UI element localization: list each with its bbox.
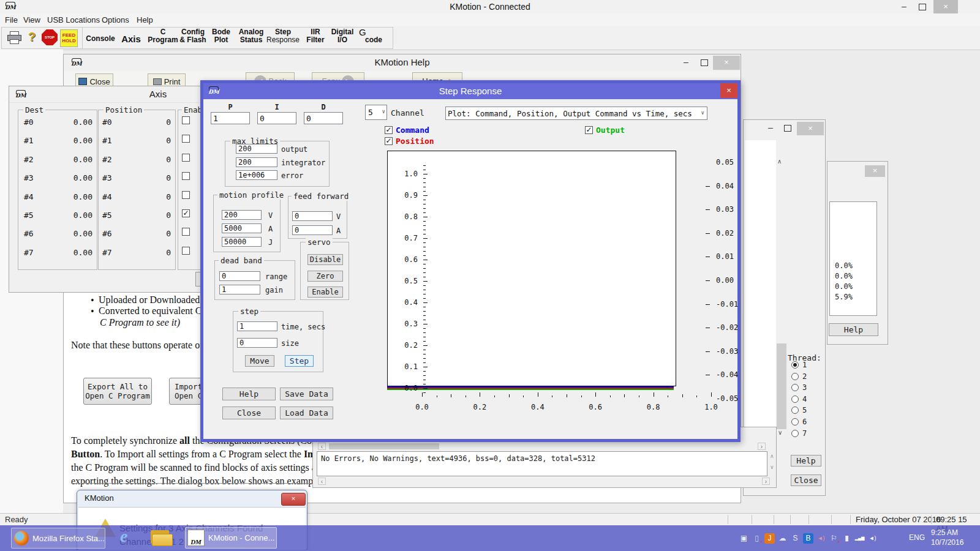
thread-radio-5[interactable] — [791, 407, 799, 414]
axis-enable-checkbox[interactable]: ✓ — [182, 135, 190, 143]
program-help-button[interactable]: Help — [791, 455, 821, 467]
servo-zero-button[interactable]: Zero — [307, 271, 343, 282]
bluetooth-icon[interactable]: B — [803, 533, 813, 544]
volume-muted-icon[interactable]: ◄) — [816, 533, 826, 544]
console-output-box[interactable]: No Errors, No Warnings, text=4936, bss=0… — [317, 451, 767, 476]
move-button[interactable]: Move — [245, 355, 274, 367]
menu-help[interactable]: Help — [137, 13, 153, 26]
axis-enable-checkbox[interactable]: ✓ — [182, 116, 190, 124]
taskbar-kmotion-button[interactable]: DM KMotion - Conne... — [185, 527, 277, 549]
step-size-input[interactable]: 0 — [237, 338, 277, 348]
minimize-icon[interactable]: – — [768, 121, 773, 133]
menu-options[interactable]: Options — [102, 13, 129, 26]
axis-enable-checkbox[interactable]: ✓ — [182, 172, 190, 180]
battery-icon[interactable]: ▮ — [842, 533, 852, 544]
menu-file[interactable]: File — [5, 13, 18, 26]
axis-enable-checkbox[interactable]: ✓ — [182, 154, 190, 162]
clock-date[interactable]: 10/7/2016 — [931, 538, 963, 547]
max-integrator-input[interactable]: 200 — [236, 157, 277, 167]
servo-enable-button[interactable]: Enable — [307, 287, 343, 298]
ie-icon[interactable]: e — [120, 527, 127, 546]
axis-enable-checkbox[interactable]: ✓ — [182, 191, 190, 199]
p-input[interactable]: 1 — [211, 112, 250, 124]
close-icon[interactable]: × — [865, 165, 885, 177]
thread-radio-2[interactable] — [791, 373, 799, 380]
axis-enable-checkbox[interactable]: ✓ — [182, 209, 190, 217]
device-disconnected-icon[interactable]: ▯× — [752, 533, 762, 544]
help-window-titlebar[interactable]: DM KMotion Help – × — [64, 54, 741, 72]
close-icon[interactable]: × — [713, 56, 740, 70]
i-input[interactable]: 0 — [257, 112, 296, 124]
minimize-icon[interactable]: – — [902, 0, 907, 12]
toolbar-c-program-button[interactable]: C Program — [147, 26, 179, 44]
output-checkbox[interactable]: ✓ — [585, 126, 593, 134]
toolbar-analog-status-button[interactable]: Analog Status — [238, 26, 265, 44]
axis-enable-checkbox[interactable]: ✓ — [182, 228, 190, 236]
horizontal-scrollbar[interactable] — [329, 443, 439, 449]
servo-disable-button[interactable]: Disable — [307, 254, 343, 265]
ff-v-input[interactable]: 0 — [292, 211, 333, 221]
print-icon[interactable] — [7, 31, 21, 43]
toolbar-bode-plot-button[interactable]: Bode Plot — [209, 26, 233, 44]
java-update-icon[interactable]: J — [764, 533, 775, 544]
folder-icon[interactable] — [151, 530, 172, 546]
toolbar-axis-button[interactable]: Axis — [119, 26, 143, 48]
program-close-button[interactable]: Close — [791, 474, 821, 486]
onedrive-icon[interactable]: ☁ — [777, 533, 788, 544]
deadband-gain-input[interactable]: 1 — [219, 285, 260, 294]
export-all-button[interactable]: Export All to Open C Program — [83, 378, 152, 405]
taskbar-firefox-button[interactable]: Mozilla Firefox Sta... — [11, 528, 105, 549]
maximize-icon[interactable] — [784, 125, 791, 132]
language-indicator[interactable]: ENG — [909, 533, 925, 542]
close-icon[interactable]: × — [933, 0, 958, 13]
percent-help-button[interactable]: Help — [829, 323, 878, 336]
keyboard-layout-icon[interactable]: ▣ — [739, 533, 749, 544]
scroll-left-icon[interactable]: ‹ — [318, 478, 326, 485]
plot-mode-select[interactable]: Plot: Command, Position, Output Command … — [445, 107, 707, 120]
scroll-right-icon[interactable]: › — [762, 478, 770, 485]
ff-a-input[interactable]: 0 — [292, 225, 333, 235]
maximize-icon[interactable] — [919, 4, 926, 10]
thread-radio-4[interactable] — [791, 395, 799, 403]
toolbar-config-flash-button[interactable]: Config & Flash — [179, 26, 207, 44]
volume-icon[interactable]: ◄) — [867, 533, 878, 544]
scroll-up-icon[interactable]: ∧ — [777, 158, 782, 165]
thread-radio-3[interactable] — [791, 384, 799, 391]
toolbar-console-button[interactable]: Console — [86, 26, 115, 48]
maximize-icon[interactable] — [701, 59, 708, 66]
scroll-left-icon[interactable]: ‹ — [318, 443, 326, 450]
toolbar-iir-filter-button[interactable]: IIR Filter — [304, 26, 327, 44]
action-flag-icon[interactable]: ⚐× — [829, 533, 839, 544]
step-response-titlebar[interactable]: DM Step Response × — [203, 83, 737, 99]
step-time-input[interactable]: 1 — [237, 321, 277, 331]
thread-radio-1[interactable] — [791, 361, 799, 369]
menu-usb-locations[interactable]: USB Locations — [47, 13, 100, 26]
menu-view[interactable]: View — [23, 13, 40, 26]
toolbar-step-response-button[interactable]: Step Response — [266, 26, 300, 44]
save-data-button[interactable]: Save Data — [280, 388, 333, 400]
dialog-help-button[interactable]: Help — [222, 388, 276, 400]
d-input[interactable]: 0 — [304, 112, 343, 124]
command-checkbox[interactable]: ✓ — [385, 126, 393, 134]
feed-hold-button[interactable]: FEED HOLD — [60, 29, 78, 47]
scroll-down-icon[interactable]: ∨ — [770, 464, 774, 470]
scroll-down-icon[interactable]: ∨ — [778, 429, 782, 436]
network-icon[interactable]: ▂▄▆ — [854, 533, 865, 544]
close-icon[interactable]: × — [797, 122, 824, 135]
toolbar-gcode-button[interactable]: G code — [356, 26, 386, 44]
close-icon[interactable]: × — [281, 493, 306, 506]
axis-enable-checkbox[interactable]: ✓ — [182, 247, 190, 255]
toolbar-digital-io-button[interactable]: Digital I/O — [330, 26, 355, 44]
stop-button[interactable]: STOP — [42, 29, 58, 45]
thread-radio-6[interactable] — [791, 418, 799, 425]
context-help-icon[interactable]: ? — [28, 30, 36, 44]
vertical-scrollbar[interactable] — [777, 343, 786, 429]
position-checkbox[interactable]: ✓ — [385, 137, 393, 145]
channel-select[interactable]: 5 ∨ — [365, 105, 387, 120]
step-button[interactable]: Step — [285, 355, 314, 367]
snagit-icon[interactable]: S — [790, 533, 801, 544]
load-data-button[interactable]: Load Data — [280, 407, 333, 419]
max-error-input[interactable]: 1e+006 — [236, 170, 277, 180]
clock-time[interactable]: 9:25 AM — [931, 528, 958, 537]
program-edit-area[interactable] — [745, 140, 776, 454]
